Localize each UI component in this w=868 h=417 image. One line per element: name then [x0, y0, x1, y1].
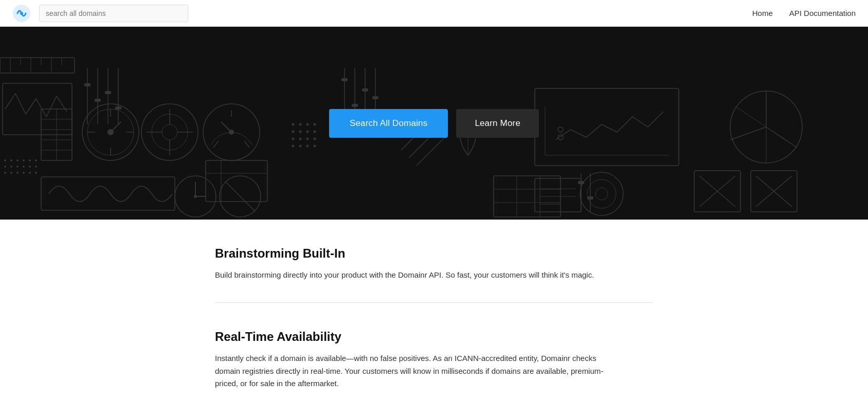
svg-rect-2 — [0, 58, 75, 73]
svg-point-17 — [10, 166, 12, 168]
svg-point-72 — [314, 131, 316, 133]
svg-rect-122 — [587, 196, 593, 200]
svg-rect-29 — [84, 83, 91, 86]
svg-point-78 — [299, 145, 302, 148]
main-nav: Home API Documentation — [752, 9, 856, 17]
svg-point-74 — [299, 138, 302, 140]
svg-point-80 — [314, 145, 316, 148]
realtime-text: Instantly check if a domain is available… — [215, 352, 606, 390]
logo[interactable] — [12, 4, 31, 23]
svg-line-83 — [417, 135, 447, 166]
svg-point-69 — [292, 131, 295, 133]
svg-point-71 — [306, 131, 309, 133]
svg-line-54 — [244, 141, 249, 148]
learn-more-button[interactable]: Learn More — [456, 109, 539, 138]
svg-rect-35 — [115, 106, 121, 110]
main-content: Brainstorming Built-In Build brainstormi… — [203, 220, 665, 411]
hero-buttons: Search All Domains Learn More — [329, 109, 539, 138]
svg-point-14 — [29, 159, 31, 161]
svg-point-18 — [16, 166, 19, 168]
svg-point-1 — [20, 12, 23, 15]
svg-point-70 — [299, 131, 302, 133]
svg-rect-91 — [206, 160, 267, 202]
svg-point-111 — [587, 179, 616, 208]
svg-point-77 — [292, 145, 295, 148]
svg-rect-64 — [372, 96, 378, 99]
svg-line-104 — [735, 106, 766, 127]
nav-api-docs[interactable]: API Documentation — [789, 9, 856, 17]
svg-line-43 — [111, 122, 121, 132]
svg-point-65 — [292, 123, 295, 126]
svg-point-12 — [16, 159, 19, 161]
svg-rect-31 — [95, 99, 101, 102]
svg-point-76 — [314, 138, 316, 140]
svg-point-97 — [558, 127, 563, 132]
svg-point-13 — [23, 159, 25, 161]
realtime-title: Real-Time Availability — [215, 330, 653, 344]
logo-icon — [12, 4, 31, 23]
svg-line-102 — [730, 127, 766, 140]
svg-point-19 — [23, 166, 25, 168]
svg-line-90 — [225, 182, 255, 211]
navbar: Home API Documentation — [0, 0, 868, 27]
svg-point-11 — [10, 159, 12, 161]
svg-point-110 — [580, 172, 623, 215]
svg-rect-130 — [535, 178, 581, 212]
realtime-section: Real-Time Availability Instantly check i… — [215, 303, 653, 411]
svg-point-26 — [29, 172, 31, 174]
svg-point-22 — [4, 172, 6, 174]
svg-point-16 — [4, 166, 6, 168]
svg-rect-62 — [362, 88, 368, 92]
svg-line-52 — [213, 141, 219, 148]
svg-point-46 — [162, 124, 177, 140]
svg-point-67 — [306, 123, 309, 126]
brainstorming-text: Build brainstorming directly into your p… — [215, 269, 606, 282]
svg-point-15 — [35, 159, 37, 161]
svg-point-66 — [299, 123, 302, 126]
svg-point-10 — [4, 159, 6, 161]
svg-line-101 — [766, 127, 797, 148]
svg-point-112 — [595, 188, 608, 200]
svg-rect-60 — [352, 104, 358, 107]
svg-rect-58 — [341, 78, 348, 81]
svg-point-27 — [35, 172, 37, 174]
svg-point-73 — [292, 138, 295, 140]
svg-point-79 — [306, 145, 309, 148]
svg-point-24 — [16, 172, 19, 174]
svg-rect-33 — [105, 91, 111, 94]
svg-point-23 — [10, 172, 12, 174]
search-all-domains-button[interactable]: Search All Domains — [329, 109, 448, 138]
svg-point-21 — [35, 166, 37, 168]
search-input[interactable] — [39, 5, 188, 22]
svg-line-56 — [221, 122, 231, 132]
svg-point-25 — [23, 172, 25, 174]
brainstorming-section: Brainstorming Built-In Build brainstormi… — [215, 220, 653, 302]
brainstorming-title: Brainstorming Built-In — [215, 246, 653, 261]
svg-point-20 — [29, 166, 31, 168]
svg-point-68 — [314, 123, 316, 126]
svg-rect-123 — [41, 177, 175, 210]
nav-home[interactable]: Home — [752, 9, 773, 17]
svg-point-75 — [306, 138, 309, 140]
hero-section: Search All Domains Learn More — [0, 27, 868, 220]
